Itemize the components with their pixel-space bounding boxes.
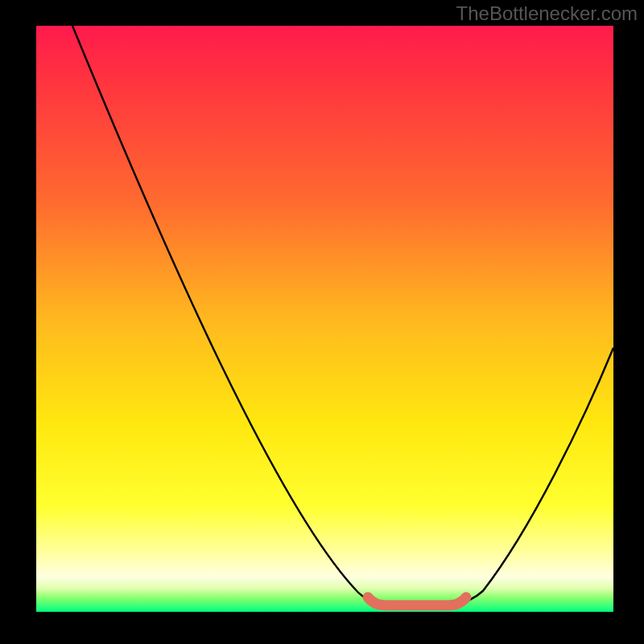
plot-area — [36, 26, 613, 612]
watermark-text: TheBottlenecker.com — [456, 2, 638, 25]
left-curve — [72, 26, 382, 604]
valley-bar — [368, 597, 466, 605]
right-curve — [455, 348, 613, 604]
chart-container: TheBottlenecker.com — [0, 0, 644, 644]
chart-svg — [36, 26, 613, 612]
